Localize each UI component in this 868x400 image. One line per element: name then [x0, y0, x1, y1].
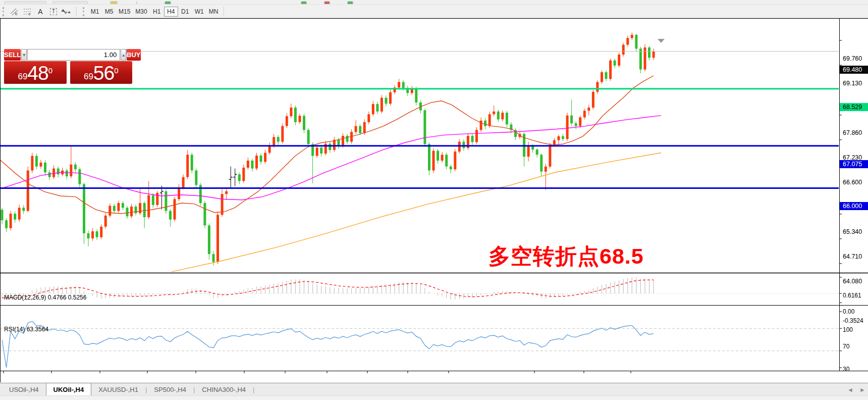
- price-tick-label: 67.860: [843, 129, 868, 137]
- macd-signal-line: [2, 280, 654, 298]
- rsi-pane: [0, 321, 839, 368]
- mt4-terminal: EFAT M1M5M15M30H1H4D1W1MN ▲UKOil-,H4 69.…: [0, 0, 868, 400]
- timeframe-button-m5[interactable]: M5: [102, 7, 116, 17]
- chart-annotation-text: 多空转折点68.5: [489, 242, 644, 271]
- toolbar-separator: [224, 7, 225, 17]
- buy-button[interactable]: BUY: [127, 49, 140, 61]
- toolbar-grip-icon: [83, 7, 86, 16]
- timeframe-button-mn[interactable]: MN: [206, 7, 221, 17]
- rsi-label: RSI(14) 63.3564: [4, 326, 48, 333]
- macd-tick-label: -0.3524: [843, 317, 868, 324]
- blue-level-badge-1: 67.075: [840, 160, 868, 168]
- svg-text:F: F: [29, 13, 31, 16]
- equidistant-channel-icon[interactable]: E: [8, 6, 21, 17]
- partial-toolbar-icon: [324, 1, 330, 5]
- buy-price-head: 69: [84, 71, 93, 82]
- ma-mid-magenta: [0, 116, 661, 200]
- partial-toolbar-icon: [165, 1, 171, 5]
- timeframe-button-m1[interactable]: M1: [88, 7, 102, 17]
- partial-toolbar-icon: [301, 1, 307, 5]
- chart-tab-bar: USOil-,H4UKOil-,H4XAUUSD-,H1|SP500-,H4|C…: [0, 383, 868, 395]
- buy-price-main: 56: [93, 64, 114, 82]
- buy-price-sup: 0: [114, 62, 118, 79]
- partial-toolbar-icon: [110, 1, 118, 5]
- volume-input[interactable]: [27, 49, 120, 61]
- status-strip: [0, 395, 868, 400]
- chart-tab-xauusd-h1[interactable]: XAUUSD-,H1: [91, 383, 145, 395]
- partial-toolbar-icon: [52, 1, 88, 5]
- fibonacci-icon[interactable]: F: [21, 6, 34, 17]
- current-price-badge: 69.480: [840, 66, 868, 74]
- chart-tab-sp500-h4[interactable]: SP500-,H4: [147, 383, 193, 395]
- price-tick-label: 69.130: [843, 80, 868, 87]
- toolbar-grip-icon: [3, 7, 6, 16]
- price-tick-label: 65.340: [843, 228, 868, 236]
- svg-text:E: E: [15, 12, 18, 16]
- macd-pane: [0, 277, 839, 299]
- text-label-icon[interactable]: T: [47, 6, 60, 17]
- timeframe-button-h4[interactable]: H4: [164, 7, 178, 17]
- volume-increase-button[interactable]: ▲: [121, 49, 126, 61]
- timeframe-button-d1[interactable]: D1: [178, 7, 192, 17]
- toolbar-row-partial: [0, 0, 868, 5]
- one-click-trading-panel: SELL ▼ ▲ BUY 69480 69560: [4, 49, 132, 84]
- price-tick-label: 66.600: [843, 179, 868, 186]
- chart-shift-marker-icon: [658, 39, 665, 43]
- chart-window: ▲UKOil-,H4 69.380 69.500 69.360 69.480 S…: [0, 18, 868, 382]
- chart-tab-usoil-h4[interactable]: USOil-,H4: [2, 383, 46, 395]
- tab-separator: |: [253, 383, 254, 395]
- chart-tab-china300-h4[interactable]: CHINA300-,H4: [195, 383, 253, 395]
- timeframe-button-m30[interactable]: M30: [133, 7, 149, 17]
- macd-label: MACD(12,26,9) 0.4766 0.5256: [4, 294, 86, 301]
- timeframe-button-m15[interactable]: M15: [116, 7, 133, 17]
- chart-tab-ukoil-h4[interactable]: UKOil-,H4: [46, 383, 92, 395]
- macd-tick-label: 0.00: [843, 308, 868, 315]
- text-icon[interactable]: A: [34, 6, 47, 17]
- sell-price-head: 69: [18, 71, 27, 82]
- buy-price-display[interactable]: 69560: [70, 61, 133, 84]
- partial-toolbar-icon: [136, 1, 137, 5]
- price-tick-label: 69.760: [843, 55, 868, 63]
- sell-price-main: 48: [27, 64, 48, 82]
- partial-toolbar-icon: [4, 1, 46, 5]
- sell-button[interactable]: SELL: [4, 49, 21, 61]
- timeframes-group: M1M5M15M30H1H4D1W1MN: [88, 7, 221, 17]
- toolbar-separator: [76, 7, 77, 17]
- timeframe-button-w1[interactable]: W1: [192, 7, 206, 17]
- timeframe-button-h1[interactable]: H1: [150, 7, 164, 17]
- price-tick-label: 64.080: [843, 278, 868, 285]
- partial-toolbar-icon: [347, 1, 353, 5]
- line-studies-toolbar: EFAT M1M5M15M30H1H4D1W1MN: [0, 5, 868, 18]
- arrows-icon[interactable]: [60, 6, 73, 17]
- rsi-tick-label: 100: [843, 326, 868, 333]
- green-level-badge: 68.529: [840, 103, 868, 111]
- macd-tick-label: 0.6161: [843, 292, 868, 299]
- rsi-tick-label: 30: [843, 366, 868, 373]
- drawing-tools-group: EFAT: [8, 6, 73, 17]
- volume-decrease-button[interactable]: ▼: [21, 49, 27, 61]
- blue-level-badge-2: 66.000: [840, 202, 868, 210]
- price-tick-label: 64.710: [843, 253, 868, 261]
- sell-price-sup: 0: [48, 62, 52, 79]
- tab-scroll-right-button[interactable]: ►: [859, 386, 865, 393]
- sell-price-display[interactable]: 69480: [4, 61, 67, 84]
- tab-scroll-left-button[interactable]: ◄: [847, 386, 853, 393]
- rsi-tick-label: 70: [843, 343, 868, 350]
